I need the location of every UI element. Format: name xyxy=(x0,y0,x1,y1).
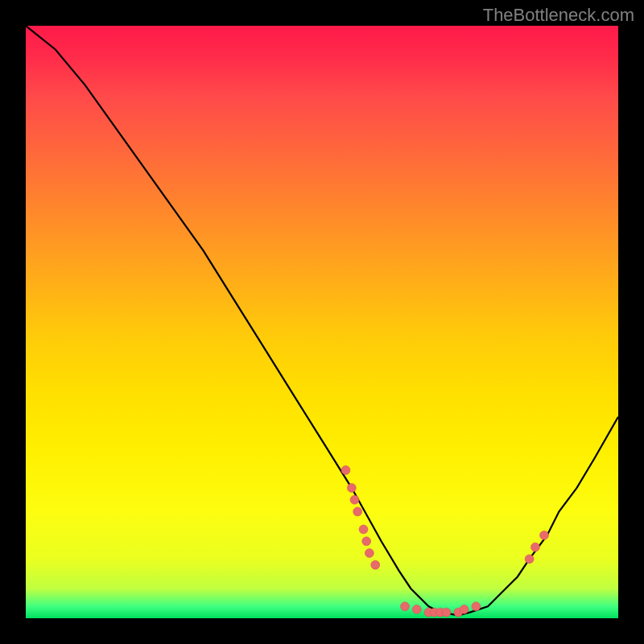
watermark-text: TheBottleneck.com xyxy=(483,5,634,26)
data-point xyxy=(460,605,469,613)
data-point xyxy=(362,537,371,546)
bottleneck-curve xyxy=(26,26,618,615)
data-point xyxy=(530,543,539,551)
data-point xyxy=(371,560,380,569)
data-point xyxy=(353,507,362,516)
data-point xyxy=(442,608,451,617)
data-point xyxy=(401,602,410,611)
plot-area xyxy=(26,26,618,618)
data-point xyxy=(412,605,421,613)
data-point xyxy=(341,466,350,475)
data-point xyxy=(347,484,356,493)
data-point xyxy=(472,602,481,611)
data-point xyxy=(359,525,368,534)
data-point xyxy=(365,549,374,558)
data-point xyxy=(525,555,534,564)
data-point xyxy=(350,495,359,504)
scatter-dots xyxy=(341,466,549,617)
chart-svg xyxy=(26,26,618,618)
data-point xyxy=(540,530,549,539)
